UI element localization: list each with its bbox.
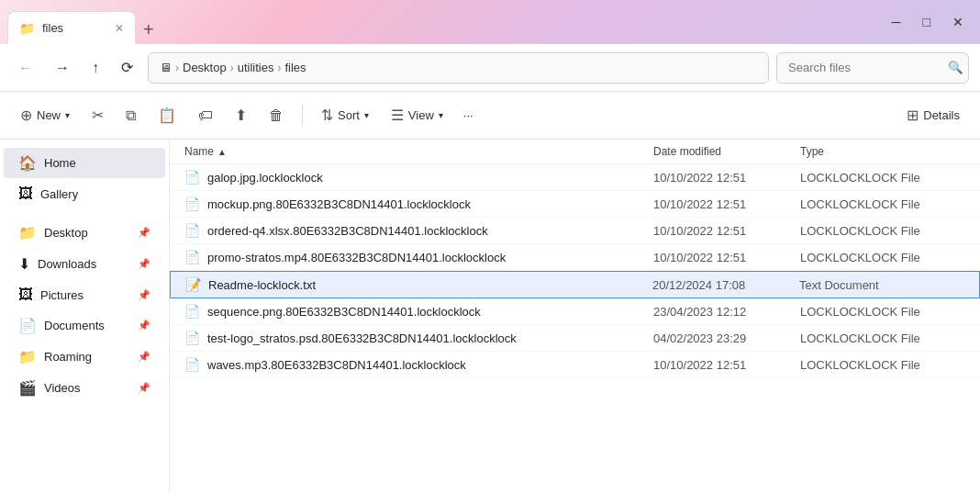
file-name: mockup.png.80E6332B3C8DN14401.locklocklo… [207,197,653,211]
file-date: 10/10/2022 12:51 [653,251,800,264]
sort-button[interactable]: ⇅ Sort ▾ [312,101,378,129]
sidebar-item-home[interactable]: 🏠 Home [4,148,165,178]
new-dropdown-icon: ▾ [65,110,70,120]
active-tab[interactable]: 📁 files ✕ [7,11,136,44]
sort-dropdown-icon: ▾ [364,110,369,120]
file-row[interactable]: 📄 promo-stratos.mp4.80E6332B3C8DN14401.l… [170,244,980,271]
sidebar-item-downloads[interactable]: ⬇ Downloads 📌 [4,249,165,279]
file-type: LOCKLOCKLOCK File [800,251,965,264]
more-icon: ··· [463,108,473,122]
videos-icon: 🎬 [18,379,37,397]
file-type: Text Document [799,278,964,292]
share-button[interactable]: ⬆ [226,101,256,129]
file-name: galop.jpg.locklocklock [207,171,653,185]
content-area: 🏠 Home 🖼 Gallery 📁 Desktop 📌 ⬇ Downloads… [0,140,980,494]
breadcrumb-desktop[interactable]: Desktop [183,61,227,74]
breadcrumb-utilities[interactable]: utilities [238,61,274,74]
downloads-icon: ⬇ [18,255,30,273]
rename-icon: 🏷 [198,107,213,124]
rename-button[interactable]: 🏷 [189,102,222,129]
view-dropdown-icon: ▾ [439,110,443,120]
details-icon: ⊞ [907,107,919,124]
sidebar-item-roaming[interactable]: 📁 Roaming 📌 [4,342,165,372]
file-date: 10/10/2022 12:51 [653,197,800,211]
file-area: Name ▲ Date modified Type 📄 galop.jpg.lo… [170,140,980,494]
delete-button[interactable]: 🗑 [260,102,293,129]
file-icon: 📄 [184,357,200,372]
copy-button[interactable]: ⧉ [117,102,145,129]
file-icon: 📄 [184,196,200,211]
minimize-button[interactable]: ─ [883,11,910,33]
tab-folder-icon: 📁 [19,21,35,36]
title-bar: 📁 files ✕ + ─ □ ✕ [0,0,980,44]
new-icon: ⊕ [20,107,32,124]
close-window-button[interactable]: ✕ [943,11,973,33]
file-date: 04/02/2023 23:29 [653,331,800,345]
desktop-folder-icon: 📁 [18,224,37,241]
sidebar-item-gallery[interactable]: 🖼 Gallery [4,179,165,208]
up-button[interactable]: ↑ [84,54,106,82]
pictures-icon: 🖼 [18,286,33,303]
file-type: LOCKLOCKLOCK File [800,331,965,345]
file-icon: 📄 [184,250,200,264]
desktop-pin-icon: 📌 [138,227,150,239]
file-icon: 📄 [184,304,200,319]
file-row[interactable]: 📄 waves.mp3.80E6332B3C8DN14401.locklockl… [170,352,980,378]
back-button[interactable]: ← [11,54,40,82]
details-label: Details [923,108,960,122]
breadcrumb[interactable]: 🖥 › Desktop › utilities › files [148,52,769,84]
cut-button[interactable]: ✂ [83,101,113,129]
search-icon-button[interactable]: 🔍 [948,61,963,74]
file-row[interactable]: 📄 test-logo_stratos.psd.80E6332B3C8DN144… [170,325,980,352]
cut-icon: ✂ [92,107,104,124]
bc-sep-1: › [175,62,179,74]
toolbar-separator-1 [302,105,303,127]
search-input[interactable] [788,61,942,74]
roaming-icon: 📁 [18,348,37,365]
sidebar-item-pictures[interactable]: 🖼 Pictures 📌 [4,280,165,309]
roaming-pin-icon: 📌 [138,351,150,363]
file-name: sequence.png.80E6332B3C8DN14401.locklock… [207,305,653,319]
view-icon: ☰ [391,107,404,124]
column-header-type[interactable]: Type [800,145,965,158]
file-list-header: Name ▲ Date modified Type [170,140,980,164]
breadcrumb-files[interactable]: files [284,61,306,74]
more-button[interactable]: ··· [456,103,481,128]
file-date: 10/10/2022 12:51 [653,224,800,238]
sidebar-item-roaming-label: Roaming [44,350,92,364]
sidebar-item-desktop[interactable]: 📁 Desktop 📌 [4,218,165,248]
new-button[interactable]: ⊕ New ▾ [11,101,79,129]
tab-close-button[interactable]: ✕ [115,22,124,35]
refresh-button[interactable]: ⟳ [114,53,140,82]
sidebar-item-documents[interactable]: 📄 Documents 📌 [4,310,165,341]
forward-button[interactable]: → [48,54,77,82]
sidebar: 🏠 Home 🖼 Gallery 📁 Desktop 📌 ⬇ Downloads… [0,140,170,494]
new-tab-button[interactable]: + [143,19,154,40]
view-label: View [408,108,434,122]
new-label: New [37,108,61,122]
file-row[interactable]: 📄 galop.jpg.locklocklock 10/10/2022 12:5… [170,164,980,191]
file-row[interactable]: 📝 Readme-locklock.txt 20/12/2024 17:08 T… [170,271,980,298]
file-row[interactable]: 📄 sequence.png.80E6332B3C8DN14401.locklo… [170,298,980,325]
maximize-button[interactable]: □ [914,11,940,33]
file-type: LOCKLOCKLOCK File [800,358,965,372]
details-button[interactable]: ⊞ Details [897,101,969,129]
file-type: LOCKLOCKLOCK File [800,305,965,319]
toolbar: ⊕ New ▾ ✂ ⧉ 📋 🏷 ⬆ 🗑 ⇅ Sort ▾ ☰ View ▾ ··… [0,92,980,140]
sidebar-item-videos[interactable]: 🎬 Videos 📌 [4,373,165,403]
tab-area: 📁 files ✕ + [7,0,883,44]
videos-pin-icon: 📌 [138,382,150,394]
documents-icon: 📄 [18,317,37,334]
address-bar: ← → ↑ ⟳ 🖥 › Desktop › utilities › files … [0,44,980,92]
view-button[interactable]: ☰ View ▾ [382,101,452,129]
file-row[interactable]: 📄 mockup.png.80E6332B3C8DN14401.locklock… [170,191,980,218]
paste-button[interactable]: 📋 [149,101,185,129]
file-icon: 📝 [185,277,201,292]
file-row[interactable]: 📄 ordered-q4.xlsx.80E6332B3C8DN14401.loc… [170,218,980,244]
breadcrumb-monitor-icon: 🖥 [160,61,172,74]
sidebar-item-home-label: Home [44,156,76,170]
file-date: 10/10/2022 12:51 [653,358,800,372]
column-header-date[interactable]: Date modified [653,145,800,158]
column-header-name[interactable]: Name ▲ [184,145,653,158]
tab-title: files [42,21,63,35]
